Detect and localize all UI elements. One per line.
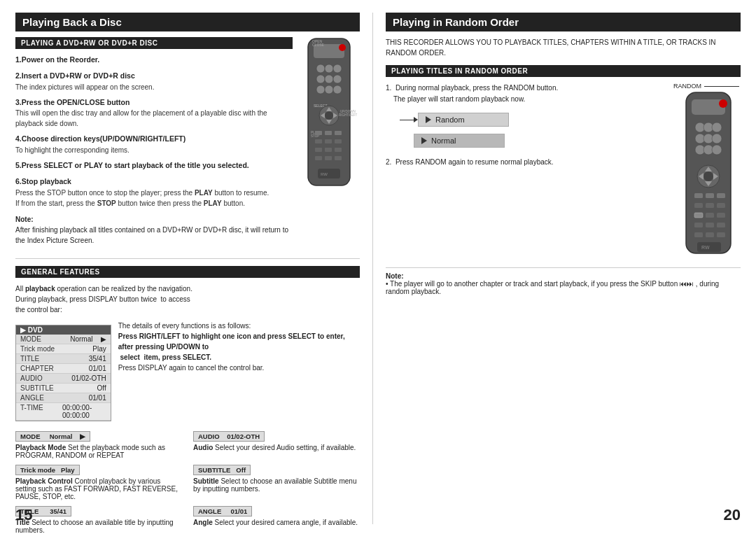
osd-display: ▶ DVD MODE Normal ▶ Trick mode Play TITL… — [15, 325, 111, 421]
svg-point-47 — [712, 134, 722, 143]
dvd-steps: 1.Power on the Reorder. 2.Insert a DVD+R… — [15, 55, 293, 246]
svg-rect-71 — [717, 232, 725, 237]
arrow-line-random — [400, 120, 414, 120]
svg-point-44 — [712, 122, 722, 132]
page-num-right: 20 — [724, 506, 741, 524]
svg-rect-27 — [335, 131, 342, 135]
right-intro-text: THIS RECORDER ALLOWS YOU TO PLAYBACK TIT… — [386, 37, 741, 58]
control-trickmode: Trick mode Play Playback Control Control… — [15, 465, 182, 500]
svg-rect-29 — [325, 139, 332, 143]
osd-row-chapter: CHAPTER 01/01 — [16, 364, 111, 374]
osd-row-audio: AUDIO 01/02-OTH — [16, 374, 111, 384]
svg-point-52 — [704, 171, 713, 181]
right-main-title: Playing in Random Order — [386, 13, 741, 31]
svg-rect-65 — [717, 213, 725, 218]
step-3: 3.Press the OPEN/CLOSE button This will … — [15, 97, 293, 129]
control-audio: AUDIO 01/02-OTH Audio Select your desire… — [193, 431, 360, 459]
svg-text:RIGHT/LEFT: RIGHT/LEFT — [339, 113, 358, 117]
svg-point-9 — [325, 75, 333, 83]
svg-point-10 — [333, 75, 342, 83]
svg-point-7 — [333, 64, 342, 73]
left-title-text: Playing Back a Disc — [22, 16, 122, 28]
svg-point-11 — [316, 85, 325, 94]
svg-rect-32 — [325, 148, 332, 152]
svg-point-6 — [325, 64, 333, 73]
dvd-note: Note: After finishing playback all title… — [15, 214, 293, 246]
play-arrow-normal — [421, 137, 427, 144]
control-bar-instructions: The details of every functions is as fol… — [118, 321, 360, 373]
svg-point-13 — [333, 85, 342, 94]
remote-left-svg: OPEN CLOSE SELECT — [298, 37, 360, 191]
svg-rect-69 — [694, 232, 703, 237]
general-features-title: GENERAL FEATURES — [15, 266, 360, 278]
svg-text:RW: RW — [321, 172, 328, 176]
svg-rect-70 — [706, 232, 714, 237]
svg-rect-66 — [694, 223, 703, 227]
svg-point-12 — [325, 85, 333, 94]
svg-rect-36 — [335, 156, 342, 160]
random-step-2: 2. Press RANDOM again to resume normal p… — [386, 157, 666, 168]
left-panel: Playing Back a Disc PLAYING A DVD+RW OR … — [15, 13, 372, 524]
svg-rect-61 — [706, 203, 714, 208]
dvd-section-title: PLAYING A DVD+RW OR DVD+R DISC — [15, 37, 293, 49]
svg-point-5 — [316, 64, 325, 73]
left-main-title: Playing Back a Disc — [15, 13, 360, 31]
svg-rect-30 — [335, 139, 342, 143]
right-panel: Playing in Random Order THIS RECORDER AL… — [372, 13, 741, 524]
remote-right-area: RANDOM — [673, 83, 741, 259]
random-step-1: 1. During normal playback, press the RAN… — [386, 83, 666, 105]
osd-row-mode: MODE Normal ▶ — [16, 335, 111, 344]
right-title-text: Playing in Random Order — [393, 16, 519, 28]
svg-rect-64 — [706, 213, 714, 218]
step-5: 5.Press SELECT or PLAY to start playback… — [15, 160, 293, 171]
control-mode: MODE Normal ▶ Playback Mode Set the play… — [15, 431, 182, 459]
osd-row-subtitle: SUBTITLE Off — [16, 384, 111, 393]
step-4: 4.Choose direction keys(UP/DOWN/RIGHT/LE… — [15, 134, 293, 155]
svg-rect-60 — [694, 203, 703, 208]
page-num-left: 15 — [15, 506, 32, 524]
svg-point-2 — [339, 44, 346, 51]
svg-rect-28 — [315, 139, 322, 143]
controls-grid: MODE Normal ▶ Playback Mode Set the play… — [15, 431, 360, 535]
remote-left: OPEN CLOSE SELECT — [298, 37, 360, 251]
svg-rect-67 — [706, 223, 714, 227]
osd-row-trickmode: Trick mode Play — [16, 344, 111, 354]
normal-button-display: Normal — [414, 134, 505, 148]
osd-header: ▶ DVD — [16, 325, 111, 335]
random-button-display: Random — [418, 113, 509, 127]
svg-rect-58 — [706, 193, 714, 198]
divider — [15, 258, 360, 259]
svg-rect-59 — [717, 193, 725, 198]
general-features-section: GENERAL FEATURES All playback operation … — [15, 266, 360, 535]
svg-point-50 — [712, 145, 722, 155]
svg-point-16 — [325, 111, 333, 120]
svg-rect-34 — [315, 156, 322, 160]
random-normal-display: Random Normal — [400, 111, 666, 150]
play-arrow-random — [426, 116, 431, 123]
step-2: 2.Insert a DVD+RW or DVD+R disc The inde… — [15, 71, 293, 92]
general-features-intro: All playback operation can be realized b… — [15, 283, 360, 315]
svg-rect-33 — [335, 148, 342, 152]
svg-rect-62 — [717, 203, 725, 208]
svg-rect-25 — [315, 131, 322, 135]
svg-rect-31 — [315, 148, 322, 152]
control-subtitle: SUBTITLE Off Subtitle Select to choose a… — [193, 465, 360, 500]
control-title: TITLE 35/41 Title Select to choose an av… — [15, 506, 182, 534]
svg-rect-57 — [694, 193, 703, 198]
svg-text:CLOSE: CLOSE — [312, 43, 325, 47]
control-angle: ANGLE 01/01 Angle Select your desired ca… — [193, 506, 360, 534]
svg-text:RW: RW — [701, 245, 710, 250]
svg-point-41 — [719, 99, 727, 108]
svg-rect-26 — [325, 131, 332, 135]
svg-rect-63 — [694, 213, 703, 218]
random-line-label: RANDOM — [673, 83, 739, 90]
remote-right-svg: RW — [676, 91, 741, 259]
svg-rect-35 — [325, 156, 332, 160]
osd-row-angle: ANGLE 01/01 — [16, 393, 111, 403]
step-1: 1.Power on the Reorder. — [15, 55, 293, 66]
random-connector-line — [704, 86, 739, 87]
step-6: 6.Stop playback Press the STOP button on… — [15, 176, 293, 209]
osd-row-title: TITLE 35/41 — [16, 354, 111, 364]
svg-rect-68 — [717, 223, 725, 227]
svg-point-8 — [316, 75, 325, 83]
